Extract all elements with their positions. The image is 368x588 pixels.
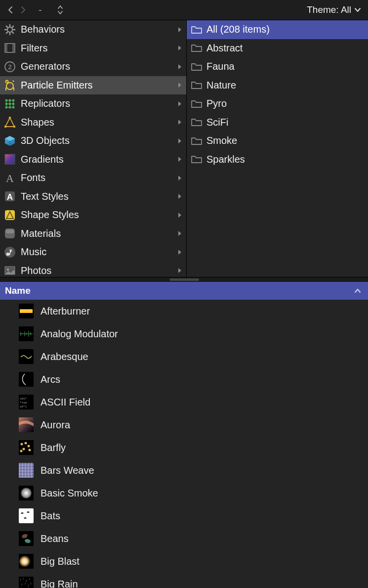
folder-icon — [191, 99, 203, 108]
svg-text:A: A — [7, 192, 13, 202]
svg-point-55 — [7, 269, 9, 271]
subfolder-row[interactable]: SciFi — [187, 113, 368, 132]
category-row[interactable]: 2 Generators — [0, 57, 186, 76]
material-icon — [3, 226, 17, 240]
disclosure-arrow-icon — [177, 138, 182, 144]
subfolder-row[interactable]: Abstract — [187, 39, 368, 58]
subfolder-row[interactable]: Pyro — [187, 94, 368, 113]
category-row[interactable]: A Text Styles — [0, 187, 186, 206]
folder-icon — [191, 44, 203, 52]
subfolder-row[interactable]: Fauna — [187, 57, 368, 76]
item-label: Barfly — [41, 442, 66, 453]
svg-rect-14 — [5, 46, 7, 47]
svg-point-23 — [6, 81, 8, 83]
folder-icon — [191, 155, 203, 164]
category-row[interactable]: Particle Emitters — [0, 76, 186, 95]
category-label: Replicators — [21, 98, 173, 109]
svg-point-24 — [13, 81, 14, 82]
disclosure-arrow-icon — [177, 119, 182, 125]
list-item[interactable]: Bats — [0, 504, 368, 527]
svg-point-94 — [21, 488, 32, 498]
list-item[interactable]: x#o**+xoo#*x ASCII Field — [0, 391, 368, 413]
svg-rect-18 — [5, 50, 7, 51]
list-item[interactable]: Barfly — [0, 436, 368, 459]
disclosure-arrow-icon — [177, 268, 182, 273]
generator-icon: 2 — [3, 60, 17, 74]
subfolder-label: Pyro — [206, 98, 227, 109]
item-thumbnail — [19, 372, 34, 387]
category-label: Gradients — [21, 154, 173, 165]
folder-icon — [191, 136, 203, 145]
item-thumbnail — [19, 417, 34, 432]
item-thumbnail — [19, 554, 34, 569]
shapestyle-icon — [3, 208, 17, 222]
library-browser: Behaviors Filters 2 Generators Particle … — [0, 20, 368, 277]
item-label: Arcs — [41, 374, 60, 385]
svg-rect-13 — [13, 45, 15, 45]
category-row[interactable]: A Fonts — [0, 169, 186, 187]
list-item[interactable]: Beans — [0, 527, 368, 550]
svg-rect-101 — [19, 577, 34, 588]
split-handle[interactable] — [0, 277, 368, 282]
music-icon — [3, 245, 17, 259]
item-label: Big Blast — [41, 556, 80, 567]
subfolder-label: Smoke — [206, 135, 237, 146]
nav-forward-button[interactable] — [17, 3, 30, 16]
svg-rect-92 — [31, 463, 32, 478]
category-row[interactable]: Replicators — [0, 94, 186, 113]
list-item[interactable]: Basic Smoke — [0, 482, 368, 504]
item-label: Big Rain — [41, 579, 78, 588]
svg-point-80 — [29, 449, 31, 452]
list-item[interactable]: Analog Modulator — [0, 322, 368, 345]
name-header-label: Name — [5, 285, 31, 296]
svg-rect-91 — [28, 463, 29, 478]
name-column-header[interactable]: Name — [0, 282, 368, 300]
category-row[interactable]: Shapes — [0, 113, 186, 132]
list-item[interactable]: Bars Weave — [0, 459, 368, 482]
svg-text:A: A — [6, 172, 14, 184]
item-thumbnail — [19, 463, 34, 478]
theme-label: Theme: All — [307, 4, 351, 15]
category-label: Materials — [21, 228, 173, 239]
subfolder-row[interactable]: Sparkles — [187, 150, 368, 169]
svg-point-79 — [23, 448, 25, 451]
list-item[interactable]: Big Blast — [0, 550, 368, 573]
theme-dropdown[interactable]: Theme: All — [307, 4, 364, 15]
sort-ascending-icon — [354, 288, 361, 293]
category-label: Music — [21, 246, 173, 258]
disclosure-arrow-icon — [177, 82, 182, 88]
category-row[interactable]: Filters — [0, 39, 186, 58]
svg-rect-89 — [22, 463, 23, 478]
category-row[interactable]: Music — [0, 243, 186, 262]
svg-rect-59 — [20, 313, 33, 313]
subfolder-row[interactable]: Nature — [187, 76, 368, 95]
folder-icon — [191, 118, 203, 127]
path-stepper[interactable] — [57, 4, 64, 15]
category-row[interactable]: Photos — [0, 262, 186, 277]
list-item[interactable]: Afterburner — [0, 300, 368, 322]
textstyle-icon: A — [3, 189, 17, 203]
nav-back-button[interactable] — [4, 3, 17, 16]
subfolder-row[interactable]: Smoke — [187, 132, 368, 150]
svg-point-100 — [19, 555, 31, 567]
disclosure-arrow-icon — [177, 212, 182, 218]
category-column: Behaviors Filters 2 Generators Particle … — [0, 20, 187, 277]
list-item[interactable]: Arabesque — [0, 345, 368, 368]
svg-rect-17 — [13, 48, 15, 49]
toolbar: - Theme: All — [0, 0, 368, 20]
category-row[interactable]: Gradients — [0, 150, 186, 169]
disclosure-arrow-icon — [177, 156, 182, 162]
svg-rect-44 — [13, 126, 15, 128]
category-label: Text Styles — [21, 191, 173, 202]
list-item[interactable]: Aurora — [0, 413, 368, 436]
subfolder-row[interactable]: All (208 items) — [187, 20, 368, 39]
svg-point-22 — [6, 83, 13, 90]
category-row[interactable]: Shape Styles — [0, 206, 186, 225]
category-row[interactable]: Materials — [0, 225, 186, 243]
category-row[interactable]: Behaviors — [0, 20, 186, 39]
list-item[interactable]: Arcs — [0, 368, 368, 391]
list-item[interactable]: Big Rain — [0, 573, 368, 588]
item-thumbnail — [19, 326, 34, 341]
item-label: Analog Modulator — [41, 328, 118, 340]
category-row[interactable]: 3D Objects — [0, 132, 186, 150]
